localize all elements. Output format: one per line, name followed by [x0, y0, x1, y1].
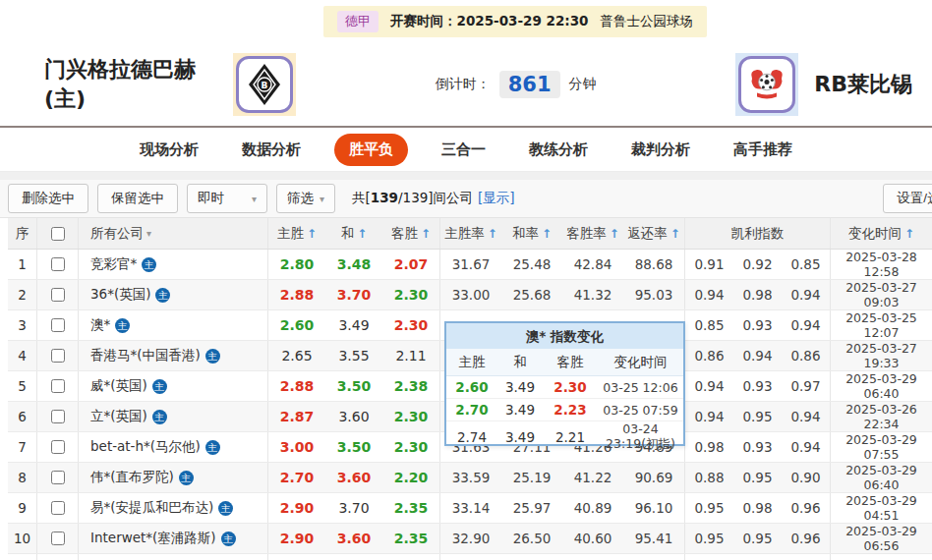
- row-checkbox[interactable]: [51, 532, 65, 545]
- company-cell[interactable]: 易*(安提瓜和巴布达) 主: [79, 493, 268, 523]
- header-payout-rate[interactable]: 返还率↑: [623, 218, 685, 249]
- home-odds[interactable]: 2.90: [268, 524, 325, 553]
- header-company[interactable]: 所有公司 ▾: [79, 218, 268, 249]
- nav-tabs: 现场分析 数据分析 胜平负 三合一 教练分析 裁判分析 高手推荐: [0, 128, 932, 172]
- settings-button[interactable]: 设置/选择: [883, 184, 932, 213]
- partial-next-row: [8, 554, 932, 560]
- home-badge-icon: 主: [179, 471, 194, 485]
- home-odds[interactable]: 2.70: [268, 463, 325, 492]
- home-odds[interactable]: 2.88: [268, 371, 325, 401]
- nav-tab-3[interactable]: 三合一: [432, 135, 495, 165]
- league-badge[interactable]: 德甲: [337, 11, 379, 32]
- row-checkbox[interactable]: [51, 410, 65, 423]
- kelly-away: 0.94: [782, 310, 831, 340]
- draw-odds[interactable]: 3.60: [325, 402, 382, 431]
- header-home-odds[interactable]: 主胜↑: [268, 218, 325, 249]
- home-odds[interactable]: 2.87: [268, 402, 325, 431]
- draw-odds[interactable]: 3.60: [325, 463, 382, 492]
- nav-tab-0[interactable]: 现场分析: [130, 135, 208, 165]
- away-odds[interactable]: 2.35: [382, 524, 440, 553]
- home-odds[interactable]: 2.65: [268, 341, 325, 370]
- row-checkbox[interactable]: [51, 318, 65, 332]
- header-draw-odds[interactable]: 和↑: [325, 218, 382, 249]
- draw-odds[interactable]: 3.50: [325, 432, 382, 462]
- filter-dropdown[interactable]: 筛选 ▾: [276, 184, 335, 213]
- popup-draw-odds: 3.49: [497, 402, 543, 418]
- row-checkbox[interactable]: [51, 379, 65, 393]
- company-cell[interactable]: 竞彩官* 主: [79, 250, 268, 279]
- away-odds[interactable]: 2.11: [382, 341, 440, 370]
- popup-row: 2.70 3.49 2.23 03-25 07:59: [446, 399, 683, 421]
- time-mode-select[interactable]: 即时 ▾: [187, 184, 267, 213]
- home-odds[interactable]: 2.80: [268, 250, 325, 279]
- away-odds[interactable]: 2.30: [382, 280, 440, 309]
- company-name: 威*(英国): [90, 377, 147, 395]
- header-kelly-index: 凯利指数: [685, 218, 831, 249]
- away-odds[interactable]: 2.20: [382, 463, 440, 492]
- header-home-rate[interactable]: 主胜率↑: [440, 218, 501, 249]
- home-odds[interactable]: 2.90: [268, 493, 325, 523]
- kelly-away: 0.94: [782, 402, 831, 431]
- draw-odds[interactable]: 3.50: [325, 371, 382, 401]
- draw-odds[interactable]: 3.55: [325, 341, 382, 370]
- section-gap: [0, 172, 932, 180]
- nav-tab-1[interactable]: 数据分析: [232, 135, 311, 165]
- draw-odds[interactable]: 3.48: [325, 250, 382, 279]
- company-cell[interactable]: 澳* 主: [79, 310, 268, 340]
- show-link[interactable]: [显示]: [478, 190, 515, 205]
- home-badge-icon: 主: [152, 410, 167, 424]
- sort-asc-icon: ↑: [670, 227, 680, 241]
- draw-odds[interactable]: 3.70: [325, 280, 382, 309]
- nav-tab-2[interactable]: 胜平负: [334, 134, 408, 166]
- row-checkbox[interactable]: [51, 257, 65, 271]
- company-cell[interactable]: 36*(英国) 主: [79, 280, 268, 309]
- header-away-rate[interactable]: 客胜率↑: [562, 218, 623, 249]
- home-odds[interactable]: 2.60: [268, 310, 325, 340]
- row-checkbox[interactable]: [51, 501, 65, 515]
- draw-odds[interactable]: 3.49: [325, 310, 382, 340]
- company-cell[interactable]: 伟*(直布罗陀) 主: [79, 463, 268, 492]
- company-cell[interactable]: 威*(英国) 主: [79, 371, 268, 401]
- home-odds[interactable]: 2.88: [268, 280, 325, 309]
- away-odds[interactable]: 2.30: [382, 402, 440, 431]
- header-away-odds[interactable]: 客胜↑: [382, 218, 440, 249]
- away-odds[interactable]: 2.07: [382, 250, 440, 279]
- row-checkbox[interactable]: [51, 349, 65, 363]
- select-all-checkbox[interactable]: [51, 227, 65, 241]
- row-checkbox[interactable]: [51, 471, 65, 484]
- away-odds[interactable]: 2.30: [382, 310, 440, 340]
- draw-odds[interactable]: 3.60: [325, 524, 382, 553]
- nav-tab-6[interactable]: 高手推荐: [724, 135, 802, 165]
- popup-home-odds: 2.74: [446, 429, 497, 445]
- venue: 普鲁士公园球场: [601, 13, 694, 30]
- kickoff-bar: 德甲 开赛时间：2025-03-29 22:30 普鲁士公园球场: [323, 6, 707, 37]
- row-seq: 4: [8, 341, 37, 370]
- caret-down-icon: ▾: [320, 194, 324, 204]
- away-odds[interactable]: 2.38: [382, 371, 440, 401]
- draw-odds[interactable]: 3.70: [325, 493, 382, 523]
- kelly-away: 0.94: [782, 432, 831, 462]
- row-checkbox[interactable]: [51, 440, 65, 454]
- odds-change-popup: 澳* 指数变化 主胜 和 客胜 变化时间 2.60 3.49 2.30 03-2…: [444, 321, 685, 446]
- kelly-home: 0.98: [685, 432, 733, 462]
- popup-away-odds: 2.23: [543, 402, 598, 418]
- header-draw-rate[interactable]: 和率↑: [501, 218, 562, 249]
- keep-selected-button[interactable]: 保留选中: [97, 184, 178, 213]
- change-time: 2025-03-29 06:40: [831, 463, 932, 492]
- company-cell[interactable]: Interwet*(塞浦路斯) 主: [79, 524, 268, 553]
- away-odds[interactable]: 2.30: [382, 432, 440, 462]
- countdown-value: 861: [499, 71, 560, 98]
- company-cell[interactable]: bet-at-h*(马尔他) 主: [79, 432, 268, 462]
- header-change-time[interactable]: 变化时间↑: [831, 218, 932, 249]
- company-name: 伟*(直布罗陀): [90, 469, 174, 486]
- away-odds[interactable]: 2.35: [382, 493, 440, 523]
- row-seq: 6: [8, 402, 37, 431]
- delete-selected-button[interactable]: 删除选中: [8, 184, 88, 213]
- home-odds[interactable]: 3.00: [268, 432, 325, 462]
- company-cell[interactable]: 香港马*(中国香港) 主: [79, 341, 268, 370]
- company-cell[interactable]: 立*(英国) 主: [79, 402, 268, 431]
- row-checkbox[interactable]: [51, 288, 65, 302]
- row-checkbox-cell: [37, 310, 79, 340]
- nav-tab-4[interactable]: 教练分析: [519, 135, 598, 165]
- nav-tab-5[interactable]: 裁判分析: [621, 135, 700, 165]
